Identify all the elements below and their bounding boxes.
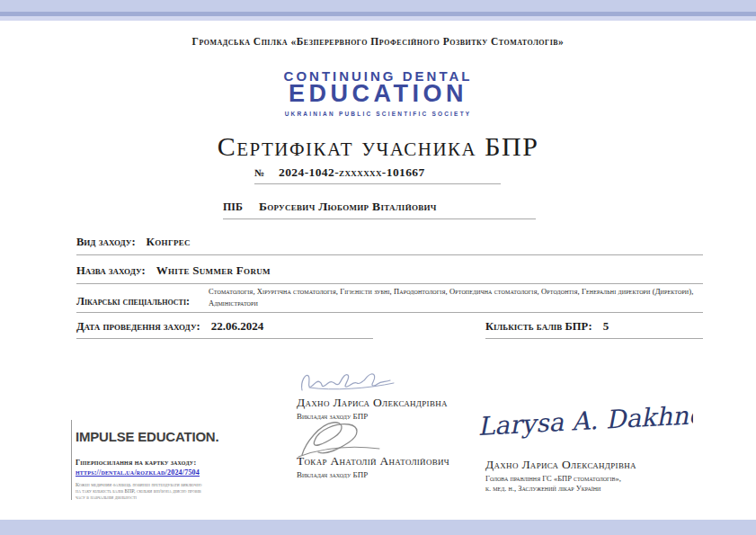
disclaimer-line-3: часу в навчальній діяльності (76, 495, 237, 501)
specialties-row: Лікарські спеціальності: Стоматологія, Х… (76, 284, 703, 313)
event-name-value: White Summer Forum (156, 263, 271, 278)
signature-1-handwriting (297, 370, 400, 397)
certificate-number-row: № 2024-1042-zxxxxxx-101667 (254, 165, 501, 184)
event-date-label: Дата проведення заходу: (76, 320, 200, 334)
signature-3-role-line1: Голова правління ГС «БПР стоматологів», (485, 474, 621, 483)
disclaimer-line-2: на таку кількість балів БПР, скільки він… (76, 488, 237, 495)
signature-2-role: Викладач заходу БПР (297, 470, 368, 479)
points-label: Кількість балів БПР: (485, 320, 592, 334)
signature-1-name: Дахно Лариса Олександрівна (297, 396, 448, 410)
event-date-value: 22.06.2024 (211, 319, 264, 334)
event-type-value: Конгрес (147, 235, 191, 249)
certificate-number-value: 2024-1042-zxxxxxx-101667 (279, 165, 425, 180)
event-name-label: Назва заходу: (76, 264, 146, 278)
event-type-row: Вид заходу: Конгрес (76, 235, 703, 255)
certificate-title: Сертифікат учасника БПР (0, 131, 756, 162)
impulse-education-logo: IMPULSE EDUCATION. (76, 429, 218, 444)
logo-tagline: UKRAINIAN PUBLIC SCIENTIFIC SOCIETY (0, 111, 756, 117)
disclaimer-line-1: Кожен медичний фахівець повинен претенду… (76, 482, 237, 488)
org-name: Громадська Спілка «Безперервного Професі… (0, 36, 756, 47)
logo: CONTINUING DENTAL EDUCATION UKRAINIAN PU… (0, 68, 756, 117)
event-card-link[interactable]: https://dental.ua/rozklad/2024/7504 (76, 468, 200, 477)
certificate-number-label: № (254, 167, 264, 178)
event-name-row: Назва заходу: White Summer Forum (76, 263, 703, 284)
participant-name-value: Борусевич Любомир Віталійович (259, 200, 437, 214)
participant-name-label: ПІБ (223, 201, 243, 214)
points-row: Кількість балів БПР: 5 (485, 319, 703, 339)
points-value: 5 (603, 319, 609, 334)
signature-3-script-text: Larysa A. Dakhno (477, 400, 693, 441)
event-date-row: Дата проведення заходу: 22.06.2024 (76, 319, 373, 339)
signature-2-handwriting (293, 419, 387, 459)
specialties-label: Лікарські спеціальності: (76, 295, 190, 308)
certificate-page: Громадська Спілка «Безперервного Професі… (0, 0, 756, 535)
signature-3-handwriting: Larysa A. Dakhno (473, 399, 693, 451)
decor-band-top (0, 0, 756, 21)
disclaimer-text: Кожен медичний фахівець повинен претенду… (76, 482, 237, 500)
event-card-link-label: Гіперпосилання на картку заходу: (76, 459, 196, 467)
footer-divider-line (71, 420, 72, 500)
logo-line2: EDUCATION (0, 80, 756, 108)
event-type-label: Вид заходу: (76, 236, 136, 249)
signature-2-name: Токар Анатолій Анатолійович (297, 454, 449, 468)
signature-3-name: Дахно Лариса Олександрівна (485, 458, 636, 472)
decor-band-bottom (0, 520, 756, 535)
specialties-value: Стоматологія, Хірургічна стоматологія, Г… (209, 284, 703, 309)
signature-3-role-line2: к. мед. н., Заслужений лікар України (485, 484, 600, 493)
participant-name-row: ПІБ Борусевич Любомир Віталійович (223, 200, 536, 219)
